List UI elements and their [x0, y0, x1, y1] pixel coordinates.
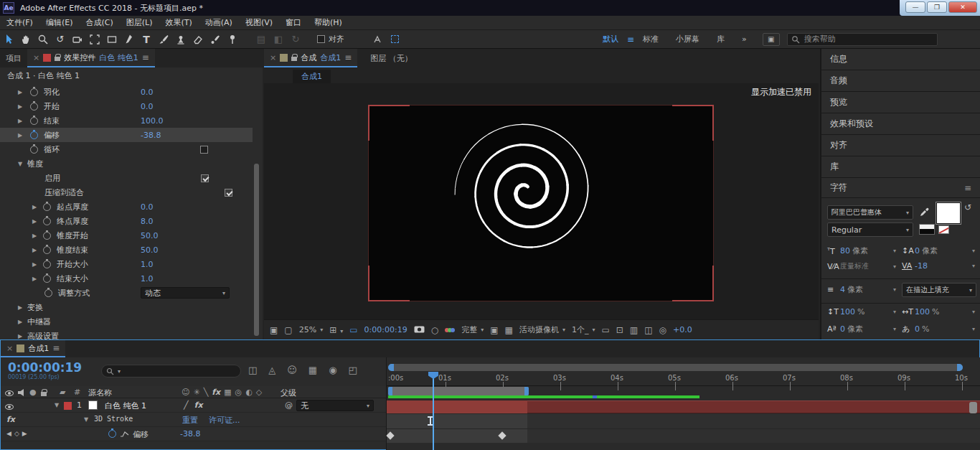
- stopwatch-icon[interactable]: [30, 103, 38, 111]
- graph-icon[interactable]: [120, 431, 129, 440]
- close-tab-icon[interactable]: ×: [6, 344, 13, 353]
- menu-view[interactable]: 视图(V): [239, 17, 279, 28]
- menu-effect[interactable]: 效果(T): [159, 17, 198, 28]
- panel-align[interactable]: 对齐: [821, 135, 980, 156]
- playhead-line[interactable]: [433, 372, 434, 450]
- show-snapshot-icon[interactable]: ○: [431, 325, 438, 335]
- property-value[interactable]: 1.0: [141, 274, 154, 283]
- group-name[interactable]: 高级设置: [27, 331, 59, 340]
- rectangle-tool-icon[interactable]: [103, 32, 121, 47]
- stopwatch-icon[interactable]: [43, 217, 51, 225]
- tab-composition[interactable]: × 合成 合成1 ≡: [264, 49, 357, 67]
- work-area-end-handle[interactable]: [524, 387, 529, 395]
- group-name[interactable]: 中继器: [27, 317, 51, 327]
- minimize-button[interactable]: —: [905, 1, 925, 13]
- fx-switch-icon[interactable]: fx: [194, 400, 203, 410]
- region-of-interest-icon[interactable]: ▭: [349, 325, 357, 335]
- fill-mode-dropdown[interactable]: 在描边上填充▾: [902, 283, 976, 297]
- panel-menu-icon[interactable]: ≡: [344, 52, 352, 62]
- expand-icon[interactable]: ▶: [30, 233, 39, 239]
- pickwhip-icon[interactable]: @: [285, 400, 293, 410]
- viewer-subtab[interactable]: 合成1: [293, 70, 331, 83]
- property-value[interactable]: 1.0: [141, 260, 154, 269]
- current-timecode[interactable]: 0:00:00:19: [8, 360, 82, 375]
- mask-feather-icon[interactable]: [386, 32, 403, 47]
- close-button[interactable]: ✕: [948, 1, 977, 13]
- panel-effects-presets[interactable]: 效果和预设: [821, 113, 980, 135]
- zoom-tool-icon[interactable]: [34, 32, 52, 47]
- expand-icon[interactable]: ▶: [30, 276, 39, 282]
- transparency-grid-icon[interactable]: ▦: [505, 325, 513, 335]
- property-value[interactable]: 0.0: [141, 88, 154, 97]
- snapshot-icon[interactable]: [414, 325, 425, 335]
- comp-flowchart-icon[interactable]: ◫: [248, 365, 257, 375]
- property-value[interactable]: 100.0: [141, 116, 164, 126]
- workspace-tab-standard[interactable]: 标准: [634, 34, 667, 44]
- horizontal-scale-field[interactable]: ↔T100%▾: [902, 307, 976, 317]
- next-keyframe-icon[interactable]: ▶: [22, 430, 27, 437]
- resolution-dropdown[interactable]: 完整▾: [461, 324, 484, 335]
- stopwatch-icon[interactable]: [30, 146, 38, 154]
- menu-window[interactable]: 窗口: [279, 17, 308, 28]
- stopwatch-icon[interactable]: [43, 232, 51, 240]
- help-search-input[interactable]: 搜索帮助: [787, 33, 938, 46]
- effect-name[interactable]: 3D Stroke: [94, 415, 133, 423]
- expand-icon[interactable]: ▶: [16, 89, 24, 95]
- work-area-start-handle[interactable]: [388, 387, 392, 395]
- exposure-value[interactable]: +0.0: [673, 325, 692, 334]
- panel-menu-icon[interactable]: ≡: [964, 183, 971, 193]
- expand-icon[interactable]: ▶: [16, 103, 24, 110]
- close-tab-icon[interactable]: ×: [33, 53, 39, 62]
- loop-checkbox[interactable]: [200, 146, 208, 154]
- menu-help[interactable]: 帮助(H): [308, 17, 349, 28]
- nav-handle-right[interactable]: [957, 364, 963, 371]
- channels-icon[interactable]: [445, 328, 455, 332]
- menu-layer[interactable]: 图层(L): [120, 17, 159, 28]
- tsume-field[interactable]: あ0%▾: [902, 324, 976, 334]
- property-value[interactable]: 50.0: [141, 231, 159, 240]
- camera-tool-icon[interactable]: [69, 32, 86, 47]
- panel-preview[interactable]: 预览: [821, 92, 980, 113]
- vertical-scroll-handle[interactable]: [969, 402, 977, 413]
- expand-icon[interactable]: ▶: [16, 118, 24, 124]
- effect-reset-link[interactable]: 重置: [182, 415, 198, 426]
- menu-animation[interactable]: 动画(A): [199, 17, 239, 28]
- panel-libraries[interactable]: 库: [821, 156, 980, 178]
- current-time-display[interactable]: 0:00:00:19: [364, 325, 407, 334]
- pen-tool-icon[interactable]: [121, 32, 138, 47]
- panel-character-header[interactable]: 字符≡: [821, 178, 980, 198]
- prev-keyframe-icon[interactable]: ◀: [6, 430, 11, 437]
- layer-visibility-toggle[interactable]: [5, 403, 14, 412]
- restore-button[interactable]: ❐: [927, 1, 947, 13]
- group-name[interactable]: 变换: [27, 302, 43, 313]
- font-style-dropdown[interactable]: Regular▾: [827, 222, 913, 237]
- stroke-over-fill-swatch[interactable]: [919, 224, 935, 235]
- panel-menu-icon[interactable]: ≡: [52, 343, 60, 353]
- kerning-field[interactable]: V⁄A度量标准▾: [827, 261, 899, 271]
- quality-switch-icon[interactable]: ╱: [184, 400, 189, 410]
- workspace-tab-small-screen[interactable]: 小屏幕: [667, 34, 708, 44]
- close-tab-icon[interactable]: ×: [270, 53, 276, 62]
- stopwatch-icon[interactable]: [43, 246, 51, 254]
- workspace-overflow-chevron[interactable]: »: [733, 34, 755, 44]
- panel-menu-icon[interactable]: ≡: [142, 52, 149, 62]
- property-name[interactable]: 偏移: [133, 429, 149, 440]
- view-layout-dropdown[interactable]: 1个_▾: [572, 324, 595, 335]
- stopwatch-icon-active[interactable]: [30, 131, 38, 139]
- tab-effect-controls[interactable]: × 效果控件 白色 纯色1 ≡: [27, 49, 155, 67]
- tab-project[interactable]: 项目: [0, 49, 27, 67]
- expand-icon[interactable]: ▶: [16, 304, 24, 311]
- target-region-icon[interactable]: ▣: [490, 325, 498, 335]
- stopwatch-icon-active[interactable]: [108, 430, 116, 438]
- expand-icon[interactable]: ▶: [30, 218, 39, 225]
- layer-expand-icon[interactable]: ▼: [52, 402, 61, 408]
- parent-column[interactable]: 父级: [281, 388, 296, 398]
- property-value[interactable]: 50.0: [141, 245, 159, 255]
- brush-tool-icon[interactable]: [155, 32, 172, 47]
- text-tool-icon[interactable]: T: [138, 32, 155, 47]
- layer-name[interactable]: 白色 纯色 1: [105, 400, 146, 411]
- font-family-dropdown[interactable]: 阿里巴巴普惠体▾: [827, 205, 913, 220]
- work-area-bar[interactable]: [388, 387, 529, 395]
- magnification-dropdown[interactable]: 25%▾: [299, 325, 323, 334]
- font-size-field[interactable]: тT80像素▾: [827, 245, 899, 256]
